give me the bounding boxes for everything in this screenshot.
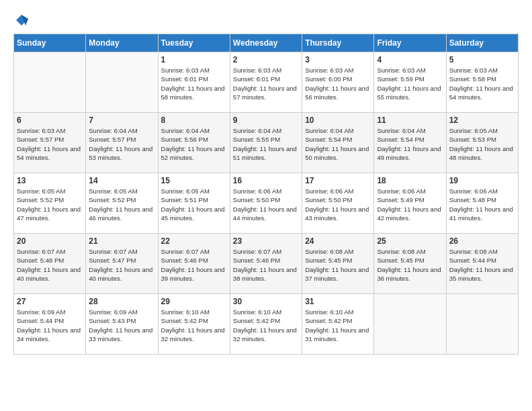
calendar-cell: 20 Sunrise: 6:07 AM Sunset: 5:48 PM Dayl…: [14, 234, 86, 294]
header-friday: Friday: [374, 34, 446, 52]
calendar-cell: 12 Sunrise: 6:05 AM Sunset: 5:53 PM Dayl…: [446, 113, 518, 173]
day-number: 26: [449, 236, 515, 246]
header-thursday: Thursday: [302, 34, 374, 52]
calendar-week-5: 27 Sunrise: 6:09 AM Sunset: 5:44 PM Dayl…: [14, 294, 519, 355]
calendar-cell: 17 Sunrise: 6:06 AM Sunset: 5:50 PM Dayl…: [302, 173, 374, 234]
day-info: Sunrise: 6:04 AM Sunset: 5:54 PM Dayligh…: [377, 126, 443, 162]
day-info: Sunrise: 6:10 AM Sunset: 5:42 PM Dayligh…: [233, 308, 299, 343]
calendar-cell: 21 Sunrise: 6:07 AM Sunset: 5:47 PM Dayl…: [86, 234, 158, 294]
day-number: 10: [305, 116, 371, 125]
calendar-cell: 15 Sunrise: 6:05 AM Sunset: 5:51 PM Dayl…: [158, 173, 230, 234]
day-info: Sunrise: 6:03 AM Sunset: 5:58 PM Dayligh…: [449, 66, 515, 101]
calendar-cell: 25 Sunrise: 6:08 AM Sunset: 5:45 PM Dayl…: [374, 234, 446, 294]
day-info: Sunrise: 6:08 AM Sunset: 5:45 PM Dayligh…: [305, 247, 371, 283]
day-info: Sunrise: 6:06 AM Sunset: 5:50 PM Dayligh…: [305, 187, 371, 222]
day-number: 13: [17, 176, 83, 185]
day-info: Sunrise: 6:03 AM Sunset: 6:00 PM Dayligh…: [305, 66, 371, 101]
calendar-cell: 2 Sunrise: 6:03 AM Sunset: 6:01 PM Dayli…: [230, 52, 302, 113]
day-number: 24: [305, 236, 371, 246]
calendar-cell: 10 Sunrise: 6:04 AM Sunset: 5:54 PM Dayl…: [302, 113, 374, 173]
day-info: Sunrise: 6:05 AM Sunset: 5:53 PM Dayligh…: [449, 126, 515, 162]
calendar-cell: 16 Sunrise: 6:06 AM Sunset: 5:50 PM Dayl…: [230, 173, 302, 234]
day-info: Sunrise: 6:04 AM Sunset: 5:55 PM Dayligh…: [233, 126, 299, 162]
day-number: 23: [233, 236, 299, 246]
calendar-cell: 11 Sunrise: 6:04 AM Sunset: 5:54 PM Dayl…: [374, 113, 446, 173]
calendar-week-1: 1 Sunrise: 6:03 AM Sunset: 6:01 PM Dayli…: [14, 52, 519, 113]
day-number: 12: [449, 116, 515, 125]
calendar-cell: [374, 294, 446, 355]
calendar-cell: [86, 52, 158, 113]
day-info: Sunrise: 6:07 AM Sunset: 5:48 PM Dayligh…: [17, 247, 83, 283]
calendar-cell: 3 Sunrise: 6:03 AM Sunset: 6:00 PM Dayli…: [302, 52, 374, 113]
calendar-cell: 30 Sunrise: 6:10 AM Sunset: 5:42 PM Dayl…: [230, 294, 302, 355]
page-header: [13, 13, 519, 27]
header-wednesday: Wednesday: [230, 34, 302, 52]
calendar-cell: 29 Sunrise: 6:10 AM Sunset: 5:42 PM Dayl…: [158, 294, 230, 355]
day-number: 21: [89, 236, 154, 246]
day-info: Sunrise: 6:10 AM Sunset: 5:42 PM Dayligh…: [161, 308, 227, 343]
calendar-cell: 27 Sunrise: 6:09 AM Sunset: 5:44 PM Dayl…: [14, 294, 86, 355]
day-number: 6: [17, 116, 83, 125]
day-number: 19: [449, 176, 515, 185]
day-info: Sunrise: 6:04 AM Sunset: 5:54 PM Dayligh…: [305, 126, 371, 162]
day-number: 16: [233, 176, 299, 185]
logo-icon: [15, 13, 28, 27]
calendar-body: 1 Sunrise: 6:03 AM Sunset: 6:01 PM Dayli…: [14, 52, 519, 355]
calendar-cell: 4 Sunrise: 6:03 AM Sunset: 5:59 PM Dayli…: [374, 52, 446, 113]
day-info: Sunrise: 6:07 AM Sunset: 5:46 PM Dayligh…: [233, 247, 299, 283]
calendar-cell: 19 Sunrise: 6:06 AM Sunset: 5:48 PM Dayl…: [446, 173, 518, 234]
day-info: Sunrise: 6:05 AM Sunset: 5:52 PM Dayligh…: [89, 187, 154, 222]
day-number: 27: [17, 297, 83, 306]
day-number: 31: [305, 297, 371, 306]
day-info: Sunrise: 6:08 AM Sunset: 5:44 PM Dayligh…: [449, 247, 515, 283]
calendar-cell: 24 Sunrise: 6:08 AM Sunset: 5:45 PM Dayl…: [302, 234, 374, 294]
calendar-table: SundayMondayTuesdayWednesdayThursdayFrid…: [13, 34, 519, 355]
calendar-cell: 31 Sunrise: 6:10 AM Sunset: 5:42 PM Dayl…: [302, 294, 374, 355]
calendar-cell: 23 Sunrise: 6:07 AM Sunset: 5:46 PM Dayl…: [230, 234, 302, 294]
day-number: 25: [377, 236, 443, 246]
calendar-week-2: 6 Sunrise: 6:03 AM Sunset: 5:57 PM Dayli…: [14, 113, 519, 173]
day-number: 1: [161, 55, 227, 64]
day-info: Sunrise: 6:03 AM Sunset: 6:01 PM Dayligh…: [161, 66, 227, 101]
calendar-cell: 8 Sunrise: 6:04 AM Sunset: 5:56 PM Dayli…: [158, 113, 230, 173]
header-sunday: Sunday: [14, 34, 86, 52]
day-number: 17: [305, 176, 371, 185]
day-number: 9: [233, 116, 299, 125]
calendar-cell: [14, 52, 86, 113]
day-info: Sunrise: 6:10 AM Sunset: 5:42 PM Dayligh…: [305, 308, 371, 343]
calendar-cell: 28 Sunrise: 6:09 AM Sunset: 5:43 PM Dayl…: [86, 294, 158, 355]
day-info: Sunrise: 6:09 AM Sunset: 5:44 PM Dayligh…: [17, 308, 83, 343]
day-number: 29: [161, 297, 227, 306]
day-number: 15: [161, 176, 227, 185]
calendar-cell: 22 Sunrise: 6:07 AM Sunset: 5:46 PM Dayl…: [158, 234, 230, 294]
header-monday: Monday: [86, 34, 158, 52]
day-number: 22: [161, 236, 227, 246]
day-number: 8: [161, 116, 227, 125]
calendar-cell: [446, 294, 518, 355]
calendar-cell: 18 Sunrise: 6:06 AM Sunset: 5:49 PM Dayl…: [374, 173, 446, 234]
calendar-cell: 13 Sunrise: 6:05 AM Sunset: 5:52 PM Dayl…: [14, 173, 86, 234]
day-number: 5: [449, 55, 515, 64]
calendar-week-4: 20 Sunrise: 6:07 AM Sunset: 5:48 PM Dayl…: [14, 234, 519, 294]
calendar-cell: 1 Sunrise: 6:03 AM Sunset: 6:01 PM Dayli…: [158, 52, 230, 113]
day-info: Sunrise: 6:06 AM Sunset: 5:50 PM Dayligh…: [233, 187, 299, 222]
day-info: Sunrise: 6:07 AM Sunset: 5:46 PM Dayligh…: [161, 247, 227, 283]
calendar-cell: 7 Sunrise: 6:04 AM Sunset: 5:57 PM Dayli…: [86, 113, 158, 173]
day-info: Sunrise: 6:04 AM Sunset: 5:57 PM Dayligh…: [89, 126, 154, 162]
day-info: Sunrise: 6:06 AM Sunset: 5:48 PM Dayligh…: [449, 187, 515, 222]
calendar-cell: 26 Sunrise: 6:08 AM Sunset: 5:44 PM Dayl…: [446, 234, 518, 294]
day-number: 4: [377, 55, 443, 64]
day-info: Sunrise: 6:05 AM Sunset: 5:52 PM Dayligh…: [17, 187, 83, 222]
day-number: 3: [305, 55, 371, 64]
day-info: Sunrise: 6:06 AM Sunset: 5:49 PM Dayligh…: [377, 187, 443, 222]
calendar-cell: 6 Sunrise: 6:03 AM Sunset: 5:57 PM Dayli…: [14, 113, 86, 173]
calendar-week-3: 13 Sunrise: 6:05 AM Sunset: 5:52 PM Dayl…: [14, 173, 519, 234]
logo: [13, 13, 28, 27]
day-number: 30: [233, 297, 299, 306]
calendar-cell: 9 Sunrise: 6:04 AM Sunset: 5:55 PM Dayli…: [230, 113, 302, 173]
day-number: 20: [17, 236, 83, 246]
calendar-cell: 5 Sunrise: 6:03 AM Sunset: 5:58 PM Dayli…: [446, 52, 518, 113]
day-info: Sunrise: 6:07 AM Sunset: 5:47 PM Dayligh…: [89, 247, 154, 283]
day-info: Sunrise: 6:03 AM Sunset: 5:57 PM Dayligh…: [17, 126, 83, 162]
day-number: 7: [89, 116, 154, 125]
